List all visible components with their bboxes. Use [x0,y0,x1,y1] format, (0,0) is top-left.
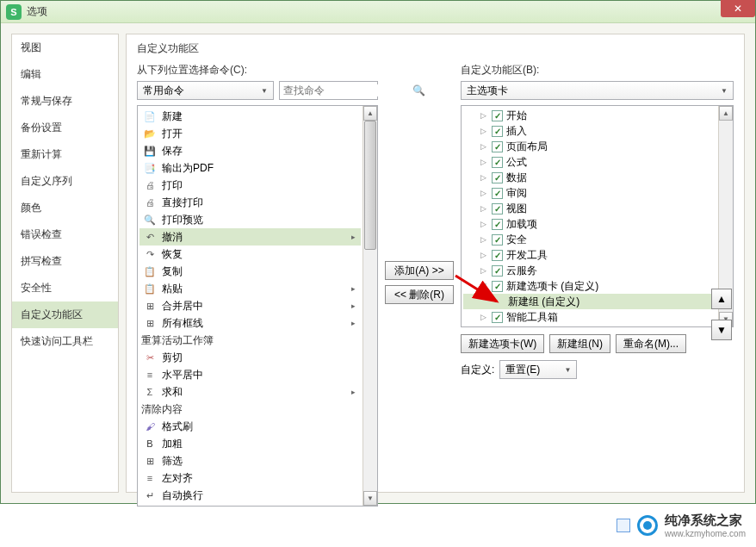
tree-node[interactable]: ▷✓数据 [463,170,716,185]
tree-node[interactable]: ▷✓安全 [463,232,716,247]
ribbon-tabs-select[interactable]: 主选项卡▼ [461,81,734,100]
command-icon: 🖌 [143,420,157,433]
command-icon: ↶ [143,230,157,244]
command-item[interactable]: ↷恢复 [139,246,361,263]
tree-node[interactable]: ▷✓页面布局 [463,139,716,154]
expand-icon[interactable]: ▷ [479,111,488,121]
command-item[interactable]: 🖌格式刷 [139,418,361,435]
expand-icon[interactable]: ▷ [479,204,488,214]
expand-icon[interactable]: ▷ [479,142,488,152]
new-group-button[interactable]: 新建组(N) [549,334,610,353]
tree-node[interactable]: ▷✓智能工具箱 [463,309,716,325]
checkbox[interactable]: ✓ [492,203,503,214]
command-item[interactable]: ⊞合并居中▸ [139,297,361,314]
tree-node[interactable]: ▷✓加载项 [463,216,716,232]
close-button[interactable]: ✕ [721,0,755,17]
expand-icon[interactable]: ▷ [479,251,488,260]
expand-icon[interactable]: ▷ [479,313,488,322]
tree-node-label: 云服务 [506,264,537,278]
scroll-down-button[interactable]: ▼ [363,491,377,506]
sidebar-item-9[interactable]: 安全性 [12,275,118,301]
command-item[interactable]: 📂打开 [139,125,361,142]
command-item[interactable]: B加粗 [139,435,361,452]
sidebar-item-1[interactable]: 编辑 [12,61,118,88]
command-item[interactable]: ↵自动换行 [139,487,361,504]
sidebar-item-3[interactable]: 备份设置 [12,115,118,141]
new-tab-button[interactable]: 新建选项卡(W) [461,334,544,353]
command-item[interactable]: 💾保存 [139,142,361,159]
remove-button[interactable]: << 删除(R) [385,285,454,304]
command-item[interactable]: ✂剪切 [139,349,361,366]
expand-icon[interactable]: ▷ [479,220,488,229]
checkbox[interactable]: ✓ [492,157,503,168]
command-item[interactable]: 🖨打印 [139,177,361,194]
tree-node[interactable]: ▷✓插入 [463,123,716,139]
expand-icon[interactable]: ▷ [479,127,488,136]
sidebar: 视图编辑常规与保存备份设置重新计算自定义序列颜色错误检查拼写检查安全性自定义功能… [11,34,119,493]
move-up-button[interactable]: ▲ [711,289,732,309]
command-item[interactable]: ≡左对齐 [139,469,361,487]
checkbox[interactable]: ✓ [492,234,503,246]
tree-node[interactable]: ▷✓云服务 [463,263,716,278]
collapse-icon[interactable]: ▽ [479,282,488,291]
titlebar: S 选项 ✕ [1,1,755,23]
checkbox[interactable]: ✓ [492,110,503,121]
sidebar-item-10[interactable]: 自定义功能区 [12,301,118,328]
scroll-up-button[interactable]: ▲ [363,106,377,121]
checkbox[interactable]: ✓ [492,265,503,277]
command-item[interactable]: 🖨直接打印 [139,194,361,211]
sidebar-item-5[interactable]: 自定义序列 [12,168,118,195]
command-item[interactable]: 📋复制 [139,263,361,280]
move-down-button[interactable]: ▼ [711,320,732,340]
sidebar-item-6[interactable]: 颜色 [12,195,118,221]
command-item[interactable]: 📄新建 [139,108,361,125]
add-button[interactable]: 添加(A) >> [385,261,454,280]
command-source-select[interactable]: 常用命令▼ [137,81,274,100]
sidebar-item-2[interactable]: 常规与保存 [12,88,118,115]
tree-node[interactable]: ▷✓开始 [463,108,716,123]
sidebar-item-11[interactable]: 快速访问工具栏 [12,328,118,355]
rename-button[interactable]: 重命名(M)... [616,334,686,353]
command-item[interactable]: 🔍打印预览 [139,211,361,228]
checkbox[interactable]: ✓ [492,312,503,323]
command-item[interactable]: ≡水平居中 [139,366,361,383]
sidebar-item-4[interactable]: 重新计算 [12,141,118,168]
checkbox[interactable]: ✓ [492,281,503,292]
tree-node-label: 开始 [506,109,527,123]
sidebar-item-0[interactable]: 视图 [12,34,118,61]
checkbox[interactable]: ✓ [492,141,503,152]
checkbox[interactable]: ✓ [492,219,503,230]
checkbox[interactable]: ✓ [492,250,503,261]
commands-listbox[interactable]: 📄新建📂打开💾保存📑输出为PDF🖨打印🖨直接打印🔍打印预览↶撤消▸↷恢复📋复制📋… [137,105,378,507]
command-item[interactable]: ⊞筛选 [139,452,361,469]
scrollbar[interactable]: ▲ ▼ [363,106,377,506]
scroll-up-button[interactable]: ▲ [719,106,733,121]
command-item[interactable]: 📋粘贴▸ [139,280,361,297]
ribbon-tree[interactable]: ▷✓开始▷✓插入▷✓页面布局▷✓公式▷✓数据▷✓审阅▷✓视图▷✓加载项▷✓安全▷… [461,105,734,327]
command-item[interactable]: ↶撤消▸ [139,228,361,246]
expand-icon[interactable]: ▷ [479,173,488,183]
tree-node[interactable]: ▷✓视图 [463,201,716,216]
tree-node[interactable]: ▷✓公式 [463,154,716,170]
command-icon: B [143,437,157,451]
expand-icon[interactable]: ▷ [479,189,488,198]
tree-child-node[interactable]: 新建组 (自定义) [463,294,716,309]
scroll-thumb[interactable] [364,121,376,250]
command-item[interactable]: 📑输出为PDF [139,159,361,177]
tree-node[interactable]: ▷✓审阅 [463,185,716,201]
checkbox[interactable]: ✓ [492,172,503,183]
command-item[interactable]: Σ求和▸ [139,383,361,401]
expand-icon[interactable]: ▷ [479,158,488,167]
sidebar-item-8[interactable]: 拼写检查 [12,248,118,275]
search-command-input[interactable]: 🔍 [279,81,378,100]
tree-node[interactable]: ▷✓开发工具 [463,247,716,263]
checkbox[interactable]: ✓ [492,126,503,137]
command-item[interactable]: ⊞所有框线▸ [139,314,361,332]
command-label: 复制 [162,264,183,279]
reset-select[interactable]: 重置(E)▼ [499,360,577,379]
sidebar-item-7[interactable]: 错误检查 [12,221,118,248]
checkbox[interactable]: ✓ [492,188,503,199]
expand-icon[interactable]: ▷ [479,235,488,245]
tree-node[interactable]: ▽✓新建选项卡 (自定义) [463,278,716,294]
expand-icon[interactable]: ▷ [479,266,488,276]
